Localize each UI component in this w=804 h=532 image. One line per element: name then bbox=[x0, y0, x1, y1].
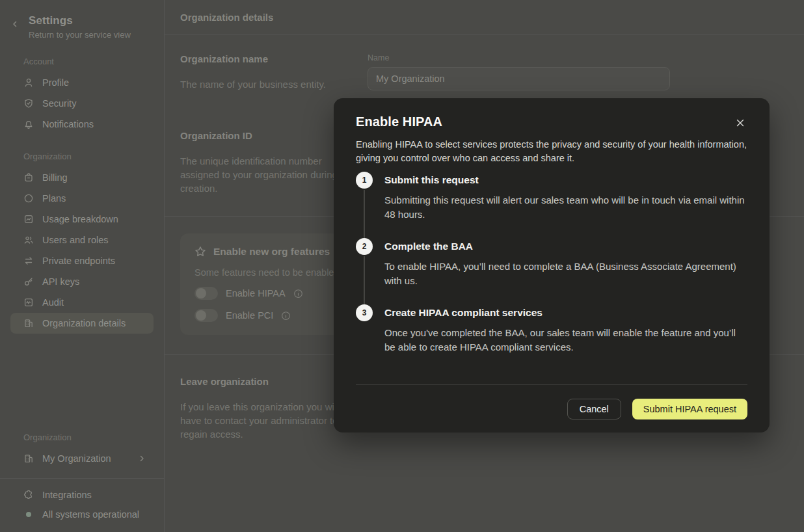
org-name-title: Organization name bbox=[180, 53, 357, 64]
users-icon bbox=[23, 235, 34, 245]
sidebar-item-label: API keys bbox=[42, 276, 79, 287]
enable-hipaa-toggle[interactable] bbox=[194, 287, 218, 300]
step-title: Complete the BAA bbox=[384, 238, 747, 255]
sidebar-item-label: Usage breakdown bbox=[42, 214, 118, 224]
step-number-badge: 2 bbox=[356, 238, 373, 255]
step-3: 3 Create HIPAA compliant services Once y… bbox=[356, 304, 747, 354]
chart-icon bbox=[23, 214, 34, 224]
org-id-description: The unique identification number assigne… bbox=[180, 154, 357, 195]
sidebar-item-label: Organization details bbox=[42, 318, 126, 328]
org-name-section: Organization name The name of your busin… bbox=[180, 53, 788, 91]
org-switcher-row[interactable]: My Organization bbox=[10, 448, 154, 469]
sidebar-bottom: Organization My Organization Integrat bbox=[0, 416, 164, 524]
bell-icon bbox=[23, 119, 34, 129]
puzzle-icon bbox=[23, 490, 34, 500]
sidebar-item-audit[interactable]: Audit bbox=[10, 292, 154, 313]
cancel-button[interactable]: Cancel bbox=[567, 399, 621, 419]
sidebar-subtitle: Return to your service view bbox=[29, 30, 131, 40]
close-icon bbox=[736, 118, 745, 127]
sidebar-item-plans[interactable]: Plans bbox=[10, 188, 154, 209]
swap-arrows-icon bbox=[23, 256, 34, 266]
chevron-left-icon bbox=[11, 20, 19, 28]
features-card-title: Enable new org features bbox=[213, 246, 330, 258]
enable-pci-toggle[interactable] bbox=[194, 309, 218, 322]
user-icon bbox=[23, 77, 34, 88]
settings-sidebar: Settings Return to your service view Acc… bbox=[0, 0, 165, 532]
step-description: To enable HIPAA, you’ll need to complete… bbox=[384, 259, 747, 287]
building-icon bbox=[23, 318, 34, 328]
sidebar-item-organization-details[interactable]: Organization details bbox=[10, 313, 154, 334]
info-icon[interactable] bbox=[293, 289, 303, 299]
system-status-link[interactable]: All systems operational bbox=[0, 505, 164, 524]
leave-org-description: If you leave this organization you will … bbox=[180, 400, 357, 441]
key-icon bbox=[23, 276, 34, 287]
sidebar-item-label: Billing bbox=[42, 172, 68, 183]
step-description: Submitting this request will alert our s… bbox=[384, 193, 747, 221]
circle-icon bbox=[23, 193, 34, 204]
sidebar-item-profile[interactable]: Profile bbox=[10, 72, 154, 93]
section-label-organization: Organization bbox=[0, 152, 164, 161]
step-1: 1 Submit this request Submitting this re… bbox=[356, 172, 747, 238]
sidebar-item-label: Plans bbox=[42, 193, 66, 204]
system-status-label: All systems operational bbox=[42, 509, 139, 520]
step-number-badge: 3 bbox=[356, 304, 373, 321]
enable-hipaa-modal: Enable HIPAA Enabling HIPAA to select se… bbox=[334, 98, 770, 432]
submit-hipaa-request-button[interactable]: Submit HIPAA request bbox=[632, 399, 747, 419]
sidebar-item-label: Users and roles bbox=[42, 235, 109, 245]
step-title: Submit this request bbox=[384, 172, 747, 189]
step-description: Once you've completed the BAA, our sales… bbox=[384, 326, 747, 354]
billing-icon bbox=[23, 172, 34, 183]
integrations-link[interactable]: Integrations bbox=[0, 485, 164, 505]
section-label-account: Account bbox=[0, 57, 164, 66]
info-icon[interactable] bbox=[281, 311, 291, 321]
modal-intro-text: Enabling HIPAA to select services protec… bbox=[356, 138, 747, 165]
toggle-knob bbox=[196, 288, 206, 299]
toggle-knob bbox=[196, 310, 206, 321]
step-2: 2 Complete the BAA To enable HIPAA, you’… bbox=[356, 238, 747, 304]
status-dot-icon bbox=[26, 512, 31, 517]
sidebar-header: Settings Return to your service view bbox=[0, 10, 164, 40]
back-button[interactable] bbox=[7, 16, 23, 33]
steps-list: 1 Submit this request Submitting this re… bbox=[356, 172, 747, 354]
sidebar-item-label: Notifications bbox=[42, 119, 94, 129]
chevron-right-icon bbox=[138, 455, 146, 462]
sidebar-divider bbox=[0, 478, 164, 479]
sidebar-item-private-endpoints[interactable]: Private endpoints bbox=[10, 250, 154, 271]
close-button[interactable] bbox=[733, 116, 747, 130]
shield-check-icon bbox=[23, 98, 34, 109]
organization-nav: Billing Plans Usage breakdown Users and … bbox=[0, 167, 164, 334]
sidebar-item-label: Private endpoints bbox=[42, 256, 115, 266]
hipaa-toggle-label: Enable HIPAA bbox=[226, 288, 286, 299]
page-header: Organization details bbox=[165, 0, 804, 34]
sidebar-item-api-keys[interactable]: API keys bbox=[10, 271, 154, 292]
building-icon bbox=[23, 453, 34, 464]
pci-toggle-label: Enable PCI bbox=[226, 310, 273, 321]
account-nav: Profile Security Notifications bbox=[0, 72, 164, 135]
modal-title: Enable HIPAA bbox=[356, 114, 442, 129]
step-number-badge: 1 bbox=[356, 172, 373, 189]
sidebar-item-usage-breakdown[interactable]: Usage breakdown bbox=[10, 209, 154, 230]
step-title: Create HIPAA compliant services bbox=[384, 304, 747, 321]
sidebar-item-billing[interactable]: Billing bbox=[10, 167, 154, 188]
sidebar-item-label: Security bbox=[42, 98, 76, 109]
name-field-label: Name bbox=[368, 53, 670, 62]
audit-log-icon bbox=[23, 297, 34, 308]
section-label-organization-switcher: Organization bbox=[0, 432, 164, 442]
modal-footer-divider bbox=[356, 384, 747, 385]
org-name-input[interactable] bbox=[368, 67, 670, 90]
sidebar-item-label: Audit bbox=[42, 297, 64, 308]
sidebar-item-users-and-roles[interactable]: Users and roles bbox=[10, 230, 154, 250]
page-title: Organization details bbox=[180, 12, 273, 23]
integrations-label: Integrations bbox=[42, 490, 92, 500]
star-icon bbox=[194, 246, 206, 258]
org-name-description: The name of your business entity. bbox=[180, 77, 357, 91]
org-switcher-label: My Organization bbox=[42, 453, 111, 464]
sidebar-item-label: Profile bbox=[42, 77, 69, 88]
sidebar-item-notifications[interactable]: Notifications bbox=[10, 114, 154, 135]
sidebar-title: Settings bbox=[29, 14, 131, 27]
sidebar-item-security[interactable]: Security bbox=[10, 93, 154, 114]
